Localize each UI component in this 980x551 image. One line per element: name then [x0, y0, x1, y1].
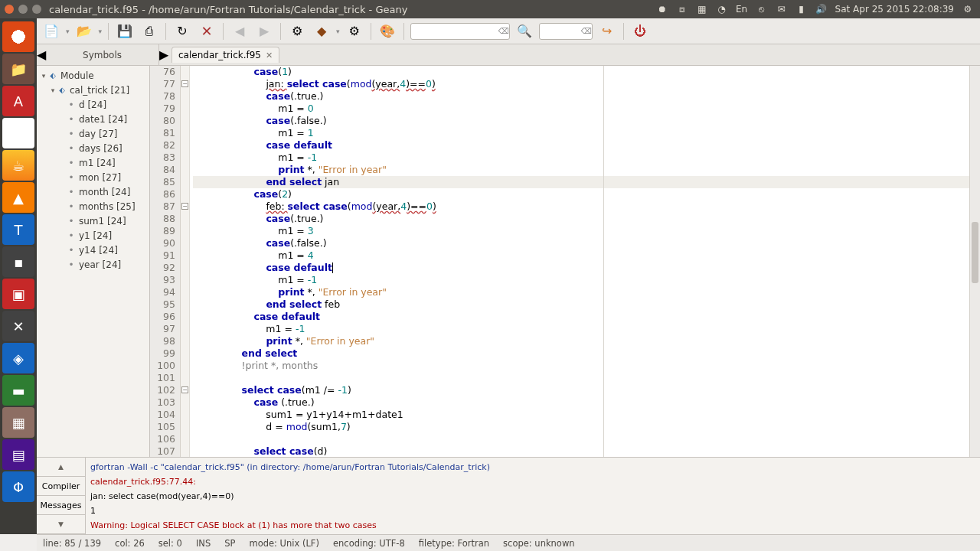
- code-line[interactable]: select case(m1 /= -1): [193, 384, 980, 396]
- compile-button[interactable]: ⚙: [287, 21, 307, 41]
- message-line[interactable]: jan: select case(mod(year,4)==0): [90, 489, 975, 504]
- messages-tab[interactable]: Messages: [37, 496, 85, 515]
- sidebar-tab-left-icon[interactable]: ◀: [37, 47, 46, 62]
- editor[interactable]: 7677787980818283848586878889909192939495…: [150, 66, 980, 457]
- calendar-icon[interactable]: ▦: [696, 3, 708, 15]
- code-line[interactable]: m1 = -1: [193, 323, 980, 335]
- maximize-window-button[interactable]: [32, 5, 41, 14]
- code-line[interactable]: jan: select case(mod(year,4)==0): [193, 78, 980, 90]
- dropbox-icon[interactable]: ⧈: [676, 3, 688, 15]
- clear-goto-icon[interactable]: ⌫: [580, 27, 591, 35]
- open-file-button[interactable]: 📂: [74, 21, 94, 41]
- tree-item[interactable]: •d [24]: [40, 97, 146, 112]
- code-line[interactable]: case(.false.): [193, 115, 980, 127]
- code-line[interactable]: m1 = 0: [193, 103, 980, 115]
- tree-item[interactable]: •mon [27]: [40, 170, 146, 184]
- tree-item[interactable]: •day [27]: [40, 126, 146, 141]
- code-line[interactable]: case(.true.): [193, 213, 980, 225]
- compiler-tab[interactable]: Compiler: [37, 477, 85, 496]
- app-icon-6[interactable]: ▤: [2, 439, 34, 470]
- code-line[interactable]: select case(d): [193, 445, 980, 458]
- clock[interactable]: Sat Apr 25 2015 22:08:39: [835, 4, 954, 15]
- files-icon[interactable]: 📁: [2, 54, 34, 84]
- language-indicator[interactable]: En: [736, 3, 748, 15]
- msg-down-button[interactable]: ▼: [37, 515, 85, 534]
- wifi-icon[interactable]: ◔: [716, 3, 728, 15]
- tree-cal-trick[interactable]: ▾⬖cal_trick [21]: [40, 83, 146, 97]
- tree-item[interactable]: •month [24]: [40, 184, 146, 199]
- tree-item[interactable]: •year [24]: [40, 257, 146, 272]
- dash-icon[interactable]: [2, 21, 34, 52]
- close-button[interactable]: ✕: [197, 21, 217, 41]
- code-line[interactable]: m1 = 1: [193, 127, 980, 139]
- goto-button[interactable]: ↪: [597, 21, 617, 41]
- code-line[interactable]: end select jan: [193, 176, 980, 188]
- code-line[interactable]: case (.true.): [193, 396, 980, 409]
- code-line[interactable]: case(.false.): [193, 237, 980, 249]
- tree-module[interactable]: ▾⬖Module: [40, 68, 146, 83]
- nav-back-button[interactable]: ◀: [230, 21, 250, 41]
- code-line[interactable]: [193, 433, 980, 445]
- clear-find-icon[interactable]: ⌫: [498, 27, 508, 35]
- symbols-tab[interactable]: Symbols: [46, 44, 159, 65]
- save-all-button[interactable]: ⎙: [139, 21, 159, 41]
- app-icon-1[interactable]: A: [2, 86, 34, 116]
- code-area[interactable]: case(1) jan: select case(mod(year,4)==0)…: [190, 66, 980, 457]
- code-line[interactable]: m1 = 4: [193, 249, 980, 262]
- tree-item[interactable]: •m1 [24]: [40, 155, 146, 170]
- code-line[interactable]: print *, "Error in year": [193, 286, 980, 298]
- code-line[interactable]: case default: [193, 311, 980, 323]
- virtualbox-icon[interactable]: ◈: [2, 343, 34, 373]
- fold-column[interactable]: −−−: [181, 66, 190, 457]
- code-line[interactable]: !print *, months: [193, 360, 980, 372]
- code-line[interactable]: case default: [193, 262, 980, 274]
- color-picker-button[interactable]: 🎨: [377, 21, 397, 41]
- vertical-scrollbar[interactable]: [969, 66, 980, 457]
- tree-item[interactable]: •sum1 [24]: [40, 214, 146, 228]
- tree-item[interactable]: •months [25]: [40, 199, 146, 214]
- tex-icon[interactable]: T: [2, 214, 34, 245]
- find-input[interactable]: [411, 26, 498, 36]
- code-line[interactable]: d = mod(sum1,7): [193, 421, 980, 433]
- terminal-icon[interactable]: ▪: [2, 246, 34, 277]
- app-icon-7[interactable]: Φ: [2, 471, 34, 502]
- message-line[interactable]: calendar_trick.f95:77.44:: [90, 474, 975, 489]
- code-line[interactable]: sum1 = y1+y14+m1+date1: [193, 409, 980, 421]
- close-window-button[interactable]: [5, 5, 14, 14]
- battery-icon[interactable]: ▮: [795, 3, 808, 15]
- tree-item[interactable]: •date1 [24]: [40, 112, 146, 126]
- geany-icon[interactable]: ☕: [2, 150, 34, 181]
- app-icon-5[interactable]: ▦: [2, 407, 34, 438]
- chrome-icon[interactable]: ◉: [2, 118, 34, 148]
- file-tab[interactable]: calendar_trick.f95 ✕: [172, 47, 279, 63]
- execute-button[interactable]: ⚙: [345, 21, 364, 41]
- quit-button[interactable]: ⏻: [630, 21, 650, 41]
- bluetooth-icon[interactable]: ⎋: [756, 3, 768, 15]
- find-button[interactable]: 🔍: [514, 21, 534, 41]
- code-line[interactable]: [193, 372, 980, 384]
- vlc-icon[interactable]: ▲: [2, 182, 34, 213]
- message-line[interactable]: gfortran -Wall -c "calendar_trick.f95" (…: [90, 460, 975, 474]
- tree-item[interactable]: •y1 [24]: [40, 228, 146, 243]
- tree-item[interactable]: •days [26]: [40, 141, 146, 155]
- code-line[interactable]: m1 = -1: [193, 152, 980, 164]
- tree-item[interactable]: •y14 [24]: [40, 243, 146, 257]
- code-line[interactable]: case(2): [193, 188, 980, 201]
- code-line[interactable]: m1 = 3: [193, 225, 980, 237]
- goto-entry[interactable]: ⌫: [539, 23, 593, 40]
- code-line[interactable]: end select feb: [193, 298, 980, 311]
- code-line[interactable]: m1 = -1: [193, 274, 980, 286]
- build-button[interactable]: ◆: [312, 21, 332, 41]
- mail-icon[interactable]: ✉: [776, 3, 788, 15]
- code-line[interactable]: feb: select case(mod(year,4)==0): [193, 201, 980, 213]
- close-tab-icon[interactable]: ✕: [266, 51, 273, 60]
- code-line[interactable]: case(.true.): [193, 90, 980, 103]
- nav-forward-button[interactable]: ▶: [254, 21, 274, 41]
- volume-icon[interactable]: 🔊: [815, 3, 828, 15]
- minimize-window-button[interactable]: [18, 5, 28, 14]
- code-line[interactable]: case default: [193, 139, 980, 152]
- record-icon[interactable]: ⏺: [656, 3, 668, 15]
- message-line[interactable]: Warning: Logical SELECT CASE block at (1…: [90, 518, 975, 533]
- message-line[interactable]: 1: [90, 504, 975, 518]
- sidebar-tab-right-icon[interactable]: ▶: [159, 47, 168, 62]
